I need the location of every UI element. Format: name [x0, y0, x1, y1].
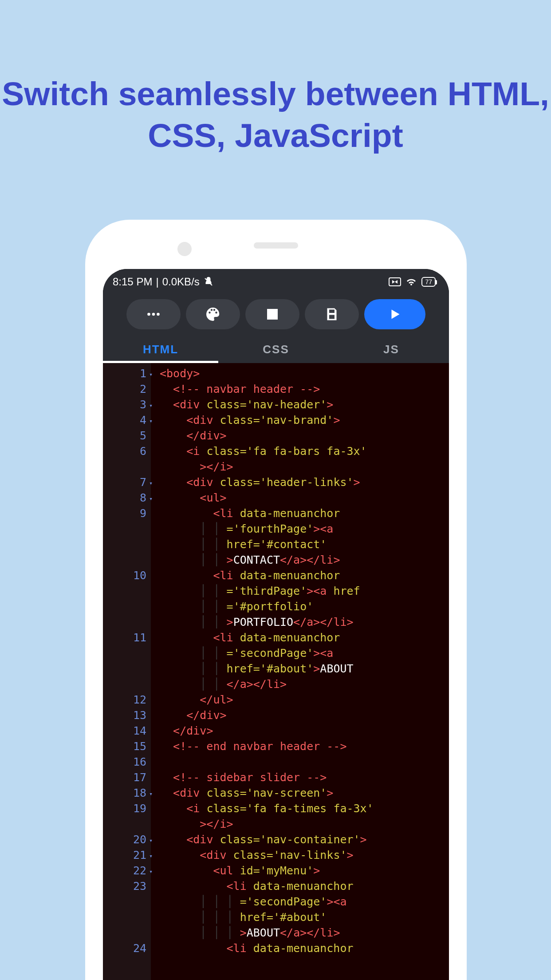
phone-frame: 8:15 PM | 0.0KB/s 77: [85, 220, 467, 980]
tab-html[interactable]: HTML: [103, 336, 218, 363]
status-time: 8:15 PM: [113, 276, 152, 288]
battery-icon: 77: [421, 277, 436, 287]
sim-icon: [389, 277, 401, 286]
marketing-headline: Switch seamlessly between HTML, CSS, Jav…: [0, 0, 551, 157]
svg-point-2: [152, 313, 155, 316]
tabs: HTML CSS JS: [103, 336, 449, 363]
run-button[interactable]: [364, 299, 425, 329]
wifi-icon: [405, 277, 417, 286]
mute-icon: [203, 277, 214, 287]
tab-js[interactable]: JS: [334, 336, 449, 363]
status-sep: |: [156, 276, 158, 288]
save-button[interactable]: [305, 299, 359, 329]
more-button[interactable]: [126, 299, 181, 329]
code-content[interactable]: <body> <!-- navbar header --> <div class…: [151, 363, 375, 980]
svg-point-1: [147, 313, 150, 316]
line-gutter: 123456789101112131415161718192021222324: [103, 363, 151, 980]
tab-css[interactable]: CSS: [218, 336, 334, 363]
phone-speaker: [254, 242, 298, 249]
phone-camera: [177, 242, 192, 256]
status-bar: 8:15 PM | 0.0KB/s 77: [103, 269, 449, 295]
status-speed: 0.0KB/s: [162, 276, 200, 288]
svg-point-3: [157, 313, 160, 316]
code-editor[interactable]: 123456789101112131415161718192021222324 …: [103, 363, 449, 980]
image-button[interactable]: [245, 299, 299, 329]
palette-button[interactable]: [186, 299, 240, 329]
toolbar: [103, 295, 449, 336]
phone-screen: 8:15 PM | 0.0KB/s 77: [103, 269, 449, 980]
